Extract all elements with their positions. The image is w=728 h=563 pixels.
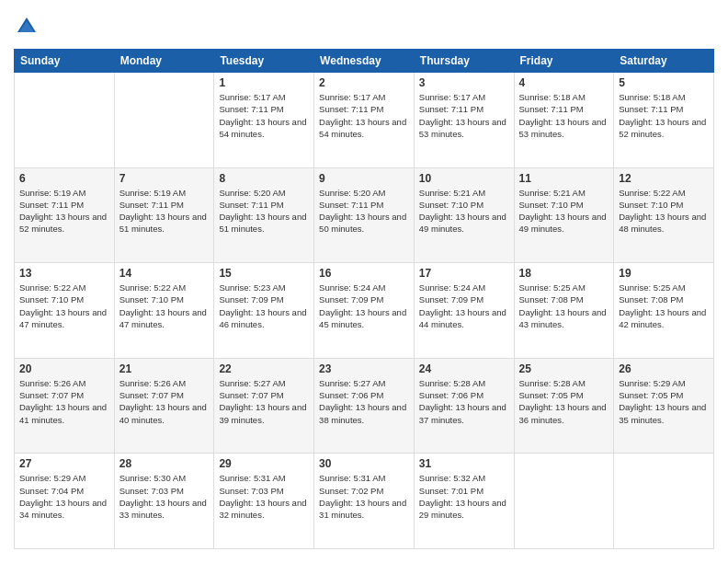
day-number: 11	[519, 172, 609, 185]
day-info: Sunrise: 5:29 AMSunset: 7:05 PMDaylight:…	[619, 377, 709, 426]
day-cell: 12Sunrise: 5:22 AMSunset: 7:10 PMDayligh…	[614, 167, 714, 263]
day-cell: 6Sunrise: 5:19 AMSunset: 7:11 PMDaylight…	[15, 167, 115, 263]
day-cell	[114, 73, 214, 168]
day-cell: 10Sunrise: 5:21 AMSunset: 7:10 PMDayligh…	[414, 167, 514, 263]
day-cell: 11Sunrise: 5:21 AMSunset: 7:10 PMDayligh…	[514, 167, 614, 263]
day-number: 6	[19, 172, 109, 185]
day-info: Sunrise: 5:21 AMSunset: 7:10 PMDaylight:…	[419, 187, 509, 236]
day-info: Sunrise: 5:29 AMSunset: 7:04 PMDaylight:…	[19, 472, 109, 521]
day-info: Sunrise: 5:28 AMSunset: 7:06 PMDaylight:…	[419, 377, 509, 426]
day-info: Sunrise: 5:22 AMSunset: 7:10 PMDaylight:…	[619, 187, 709, 236]
weekday-header-monday: Monday	[114, 50, 214, 73]
day-cell: 2Sunrise: 5:17 AMSunset: 7:11 PMDaylight…	[314, 73, 415, 168]
day-cell: 14Sunrise: 5:22 AMSunset: 7:10 PMDayligh…	[114, 263, 214, 359]
day-info: Sunrise: 5:31 AMSunset: 7:03 PMDaylight:…	[219, 472, 309, 521]
day-info: Sunrise: 5:28 AMSunset: 7:05 PMDaylight:…	[519, 377, 609, 426]
day-info: Sunrise: 5:24 AMSunset: 7:09 PMDaylight:…	[419, 282, 509, 330]
day-number: 20	[19, 362, 109, 375]
day-info: Sunrise: 5:19 AMSunset: 7:11 PMDaylight:…	[19, 187, 109, 236]
day-cell: 18Sunrise: 5:25 AMSunset: 7:08 PMDayligh…	[514, 263, 614, 359]
weekday-header-tuesday: Tuesday	[214, 50, 314, 73]
day-cell: 22Sunrise: 5:27 AMSunset: 7:07 PMDayligh…	[214, 358, 314, 454]
day-number: 31	[419, 457, 509, 470]
day-cell: 24Sunrise: 5:28 AMSunset: 7:06 PMDayligh…	[414, 358, 514, 454]
day-info: Sunrise: 5:17 AMSunset: 7:11 PMDaylight:…	[419, 91, 509, 140]
day-info: Sunrise: 5:25 AMSunset: 7:08 PMDaylight:…	[519, 282, 609, 330]
day-cell: 4Sunrise: 5:18 AMSunset: 7:11 PMDaylight…	[514, 73, 614, 168]
day-cell: 17Sunrise: 5:24 AMSunset: 7:09 PMDayligh…	[414, 263, 514, 359]
day-number: 29	[219, 457, 309, 470]
day-number: 30	[319, 457, 409, 470]
header	[14, 14, 714, 40]
weekday-header-friday: Friday	[514, 50, 614, 73]
day-info: Sunrise: 5:25 AMSunset: 7:08 PMDaylight:…	[619, 282, 709, 330]
day-info: Sunrise: 5:20 AMSunset: 7:11 PMDaylight:…	[219, 187, 309, 236]
day-cell: 27Sunrise: 5:29 AMSunset: 7:04 PMDayligh…	[15, 454, 115, 549]
day-number: 24	[419, 362, 509, 375]
day-cell: 5Sunrise: 5:18 AMSunset: 7:11 PMDaylight…	[614, 73, 714, 168]
day-number: 28	[119, 457, 210, 470]
weekday-header-sunday: Sunday	[15, 50, 115, 73]
day-info: Sunrise: 5:27 AMSunset: 7:07 PMDaylight:…	[219, 377, 309, 426]
day-cell: 29Sunrise: 5:31 AMSunset: 7:03 PMDayligh…	[214, 454, 314, 549]
day-info: Sunrise: 5:27 AMSunset: 7:06 PMDaylight:…	[319, 377, 409, 426]
day-info: Sunrise: 5:21 AMSunset: 7:10 PMDaylight:…	[519, 187, 609, 236]
day-cell: 13Sunrise: 5:22 AMSunset: 7:10 PMDayligh…	[15, 263, 115, 359]
day-cell: 20Sunrise: 5:26 AMSunset: 7:07 PMDayligh…	[15, 358, 115, 454]
week-row-2: 6Sunrise: 5:19 AMSunset: 7:11 PMDaylight…	[15, 167, 714, 263]
calendar-table: SundayMondayTuesdayWednesdayThursdayFrid…	[14, 49, 714, 549]
day-info: Sunrise: 5:22 AMSunset: 7:10 PMDaylight:…	[19, 282, 109, 330]
day-info: Sunrise: 5:30 AMSunset: 7:03 PMDaylight:…	[119, 472, 210, 521]
day-cell: 31Sunrise: 5:32 AMSunset: 7:01 PMDayligh…	[414, 454, 514, 549]
day-number: 27	[19, 457, 109, 470]
day-info: Sunrise: 5:31 AMSunset: 7:02 PMDaylight:…	[319, 472, 409, 521]
day-info: Sunrise: 5:18 AMSunset: 7:11 PMDaylight:…	[519, 91, 609, 140]
day-number: 13	[19, 267, 109, 280]
week-row-5: 27Sunrise: 5:29 AMSunset: 7:04 PMDayligh…	[15, 454, 714, 549]
day-cell: 26Sunrise: 5:29 AMSunset: 7:05 PMDayligh…	[614, 358, 714, 454]
day-cell	[15, 73, 115, 168]
day-number: 5	[619, 76, 709, 89]
day-number: 15	[219, 267, 309, 280]
day-number: 9	[319, 172, 409, 185]
day-number: 2	[319, 76, 409, 89]
day-info: Sunrise: 5:18 AMSunset: 7:11 PMDaylight:…	[619, 91, 709, 140]
day-cell: 19Sunrise: 5:25 AMSunset: 7:08 PMDayligh…	[614, 263, 714, 359]
day-number: 21	[119, 362, 210, 375]
day-cell: 15Sunrise: 5:23 AMSunset: 7:09 PMDayligh…	[214, 263, 314, 359]
day-cell: 9Sunrise: 5:20 AMSunset: 7:11 PMDaylight…	[314, 167, 415, 263]
day-number: 16	[319, 267, 409, 280]
day-info: Sunrise: 5:22 AMSunset: 7:10 PMDaylight:…	[119, 282, 210, 330]
day-number: 22	[219, 362, 309, 375]
day-number: 3	[419, 76, 509, 89]
day-cell: 28Sunrise: 5:30 AMSunset: 7:03 PMDayligh…	[114, 454, 214, 549]
day-info: Sunrise: 5:26 AMSunset: 7:07 PMDaylight:…	[19, 377, 109, 426]
day-cell: 23Sunrise: 5:27 AMSunset: 7:06 PMDayligh…	[314, 358, 415, 454]
day-cell: 1Sunrise: 5:17 AMSunset: 7:11 PMDaylight…	[214, 73, 314, 168]
day-info: Sunrise: 5:24 AMSunset: 7:09 PMDaylight:…	[319, 282, 409, 330]
day-cell: 8Sunrise: 5:20 AMSunset: 7:11 PMDaylight…	[214, 167, 314, 263]
weekday-header-row: SundayMondayTuesdayWednesdayThursdayFrid…	[15, 50, 714, 73]
day-number: 7	[119, 172, 210, 185]
day-cell	[514, 454, 614, 549]
day-cell: 21Sunrise: 5:26 AMSunset: 7:07 PMDayligh…	[114, 358, 214, 454]
day-info: Sunrise: 5:17 AMSunset: 7:11 PMDaylight:…	[219, 91, 309, 140]
day-number: 14	[119, 267, 210, 280]
logo	[14, 14, 43, 40]
page: SundayMondayTuesdayWednesdayThursdayFrid…	[0, 0, 728, 563]
week-row-4: 20Sunrise: 5:26 AMSunset: 7:07 PMDayligh…	[15, 358, 714, 454]
day-number: 18	[519, 267, 609, 280]
day-cell: 3Sunrise: 5:17 AMSunset: 7:11 PMDaylight…	[414, 73, 514, 168]
day-cell: 7Sunrise: 5:19 AMSunset: 7:11 PMDaylight…	[114, 167, 214, 263]
day-number: 8	[219, 172, 309, 185]
day-info: Sunrise: 5:17 AMSunset: 7:11 PMDaylight:…	[319, 91, 409, 140]
day-info: Sunrise: 5:32 AMSunset: 7:01 PMDaylight:…	[419, 472, 509, 521]
day-number: 25	[519, 362, 609, 375]
day-number: 4	[519, 76, 609, 89]
day-info: Sunrise: 5:19 AMSunset: 7:11 PMDaylight:…	[119, 187, 210, 236]
day-info: Sunrise: 5:20 AMSunset: 7:11 PMDaylight:…	[319, 187, 409, 236]
day-cell: 16Sunrise: 5:24 AMSunset: 7:09 PMDayligh…	[314, 263, 415, 359]
day-number: 23	[319, 362, 409, 375]
day-number: 26	[619, 362, 709, 375]
weekday-header-thursday: Thursday	[414, 50, 514, 73]
